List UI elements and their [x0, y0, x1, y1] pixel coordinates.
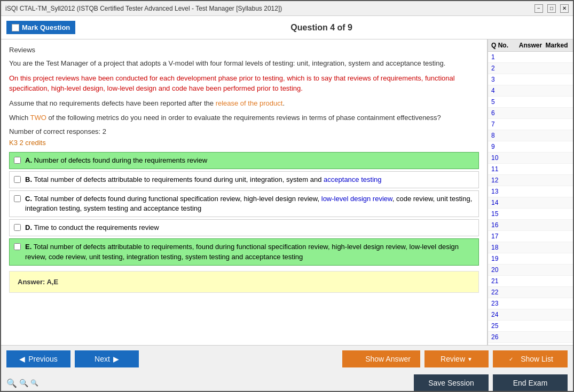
option-b-text: B. Total number of defects attributable … — [25, 175, 381, 185]
sidebar-answer — [517, 53, 544, 61]
paragraph4: Which TWO of the following metrics do yo… — [9, 113, 479, 123]
sidebar-qno[interactable]: 9 — [491, 143, 517, 150]
table-row[interactable]: 13 — [488, 186, 573, 197]
sidebar-qno[interactable]: 17 — [491, 233, 517, 240]
table-row[interactable]: 23 — [488, 298, 573, 309]
sidebar-qno[interactable]: 27 — [491, 345, 517, 345]
sidebar-qno[interactable]: 7 — [491, 121, 517, 128]
sidebar-rows: 1 2 3 4 5 6 7 8 — [488, 52, 573, 345]
sidebar-qno[interactable]: 2 — [491, 65, 517, 72]
option-a-checkbox[interactable] — [14, 157, 21, 164]
table-row[interactable]: 3 — [488, 74, 573, 85]
previous-label: Previous — [28, 355, 57, 363]
next-label: Next — [95, 355, 110, 363]
option-e[interactable]: E. Total number of defects attributable … — [9, 238, 479, 265]
sidebar-qno[interactable]: 14 — [491, 199, 517, 206]
sidebar-qno[interactable]: 24 — [491, 311, 517, 318]
table-row[interactable]: 18 — [488, 242, 573, 253]
sidebar-qno[interactable]: 11 — [491, 165, 517, 173]
table-row[interactable]: 22 — [488, 287, 573, 298]
sidebar-qno[interactable]: 5 — [491, 98, 517, 106]
answer-key-text: Answer: A,E — [18, 278, 58, 286]
sidebar-qno[interactable]: 1 — [491, 53, 517, 61]
sidebar-col-marked: Marked — [544, 42, 570, 49]
minimize-button[interactable]: − — [534, 4, 543, 13]
sidebar-qno[interactable]: 22 — [491, 289, 517, 296]
correct-responses: Number of correct responses: 2 — [9, 127, 479, 135]
table-row[interactable]: 25 — [488, 321, 573, 332]
sidebar-marked — [544, 277, 570, 285]
sidebar-qno[interactable]: 18 — [491, 244, 517, 251]
option-b-checkbox[interactable] — [14, 176, 21, 183]
table-row[interactable]: 14 — [488, 197, 573, 209]
maximize-button[interactable]: □ — [547, 4, 556, 13]
sidebar-qno[interactable]: 13 — [491, 188, 517, 195]
table-row[interactable]: 8 — [488, 130, 573, 141]
sidebar-qno[interactable]: 3 — [491, 76, 517, 83]
table-row[interactable]: 19 — [488, 253, 573, 265]
option-c-checkbox[interactable] — [14, 195, 21, 202]
table-row[interactable]: 15 — [488, 209, 573, 220]
table-row[interactable]: 1 — [488, 52, 573, 63]
table-row[interactable]: 27 — [488, 343, 573, 345]
sidebar-qno[interactable]: 12 — [491, 177, 517, 184]
sidebar-qno[interactable]: 21 — [491, 277, 517, 285]
option-d-checkbox[interactable] — [14, 224, 21, 231]
sidebar-qno[interactable]: 15 — [491, 210, 517, 218]
sidebar-answer — [517, 98, 544, 106]
mark-question-label: Mark Question — [22, 23, 70, 31]
zoom-in-button[interactable]: 🔍 — [30, 379, 38, 387]
table-row[interactable]: 21 — [488, 276, 573, 287]
sidebar-qno[interactable]: 20 — [491, 266, 517, 274]
sidebar-qno[interactable]: 10 — [491, 154, 517, 162]
toolbar: Mark Question Question 4 of 9 — [1, 16, 573, 39]
option-c[interactable]: C. Total number of defects found during … — [9, 190, 479, 217]
option-e-checkbox[interactable] — [14, 243, 21, 250]
mark-question-button[interactable]: Mark Question — [6, 21, 75, 34]
sidebar-qno[interactable]: 26 — [491, 333, 517, 341]
sidebar-qno[interactable]: 23 — [491, 300, 517, 307]
close-button[interactable]: ✕ — [560, 4, 569, 13]
show-list-button[interactable]: ✓ Show List — [493, 350, 568, 367]
option-c-text: C. Total number of defects found during … — [25, 194, 474, 213]
option-a[interactable]: A. Number of defects found during the re… — [9, 152, 479, 169]
table-row[interactable]: 11 — [488, 164, 573, 175]
table-row[interactable]: 6 — [488, 108, 573, 119]
sidebar-qno[interactable]: 4 — [491, 87, 517, 94]
sidebar-qno[interactable]: 16 — [491, 221, 517, 229]
zoom-out-button[interactable]: 🔍 — [6, 378, 17, 388]
previous-button[interactable]: ◀ Previous — [6, 350, 70, 367]
end-exam-button[interactable]: End Exam — [493, 374, 568, 391]
sidebar-qno[interactable]: 6 — [491, 109, 517, 117]
table-row[interactable]: 4 — [488, 85, 573, 97]
table-row[interactable]: 9 — [488, 141, 573, 153]
sidebar-header: Q No. Answer Marked — [488, 39, 573, 52]
sidebar-marked — [544, 210, 570, 218]
main-content: Reviews You are the Test Manager of a pr… — [1, 39, 573, 345]
save-session-button[interactable]: Save Session — [414, 374, 489, 391]
table-row[interactable]: 5 — [488, 97, 573, 108]
table-row[interactable]: 17 — [488, 231, 573, 242]
table-row[interactable]: 10 — [488, 153, 573, 164]
end-exam-label: End Exam — [513, 379, 548, 387]
table-row[interactable]: 26 — [488, 332, 573, 343]
table-row[interactable]: 7 — [488, 119, 573, 130]
show-answer-button[interactable]: Show Answer — [342, 350, 420, 367]
sidebar-qno[interactable]: 8 — [491, 132, 517, 139]
review-button[interactable]: Review ▼ — [424, 350, 489, 367]
option-b[interactable]: B. Total number of defects attributable … — [9, 171, 479, 188]
table-row[interactable]: 2 — [488, 63, 573, 74]
zoom-normal-button[interactable]: 🔍 — [19, 379, 28, 387]
sidebar-marked — [544, 87, 570, 94]
table-row[interactable]: 16 — [488, 220, 573, 231]
sidebar-qno[interactable]: 25 — [491, 322, 517, 330]
sidebar-answer — [517, 143, 544, 150]
table-row[interactable]: 20 — [488, 265, 573, 276]
sidebar-col-qno: Q No. — [491, 42, 517, 49]
option-d[interactable]: D. Time to conduct the requirements revi… — [9, 219, 479, 236]
table-row[interactable]: 24 — [488, 309, 573, 321]
sidebar-qno[interactable]: 19 — [491, 255, 517, 262]
next-button[interactable]: Next ▶ — [75, 350, 139, 367]
sidebar-marked — [544, 233, 570, 240]
table-row[interactable]: 12 — [488, 175, 573, 186]
